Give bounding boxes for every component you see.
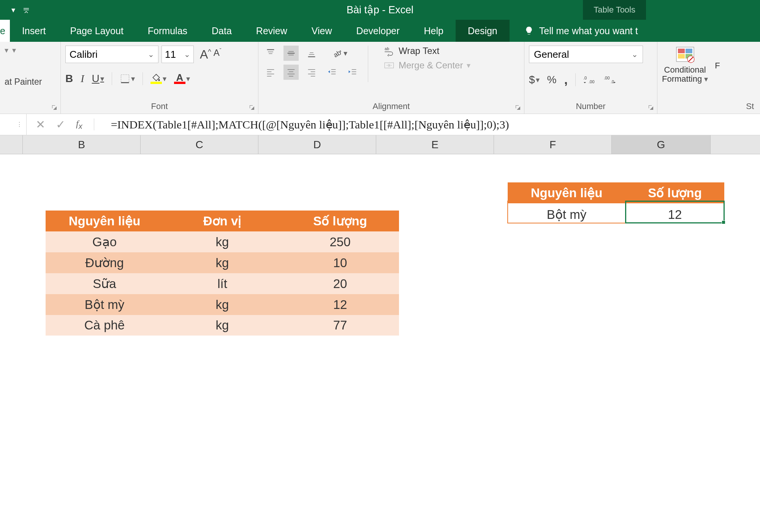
cell-active[interactable]: 12 — [625, 203, 724, 226]
shrink-font-button[interactable]: Aˇ — [214, 48, 222, 62]
cell[interactable]: 20 — [281, 273, 399, 294]
tab-developer[interactable]: Developer — [344, 20, 412, 42]
cell[interactable]: lít — [163, 273, 281, 294]
clipboard-dialog-launcher[interactable] — [51, 104, 58, 111]
table1-header-row: Nguyên liệu Đơn vị Số lượng — [46, 211, 399, 231]
orientation-button[interactable]: ab ▾ — [331, 48, 347, 59]
cell[interactable]: Cà phê — [46, 315, 163, 336]
cell[interactable]: Bột mỳ — [508, 203, 625, 226]
cell[interactable]: Gạo — [46, 231, 163, 252]
cell[interactable]: Sữa — [46, 273, 163, 294]
format-as-table-button-partial[interactable]: F — [715, 61, 720, 71]
tab-file-partial[interactable]: e — [0, 20, 10, 42]
font-dialog-launcher[interactable] — [249, 104, 256, 111]
cell[interactable]: kg — [163, 252, 281, 273]
group-font: Calibri ⌄ 11 ⌄ A^ Aˇ B I U▾ — [61, 42, 258, 114]
table2-header[interactable]: Số lượng — [625, 182, 724, 203]
table1-header[interactable]: Nguyên liệu — [46, 211, 163, 231]
tab-help[interactable]: Help — [412, 20, 456, 42]
cell[interactable]: 10 — [281, 252, 399, 273]
cell[interactable]: kg — [163, 315, 281, 336]
grow-font-button[interactable]: A^ — [200, 48, 211, 62]
font-name-selector[interactable]: Calibri ⌄ — [65, 46, 158, 63]
worksheet-grid[interactable]: Nguyên liệu Đơn vị Số lượng Gạo kg 250 Đ… — [0, 154, 760, 532]
align-center-button[interactable] — [283, 65, 299, 80]
tab-formulas[interactable]: Formulas — [136, 20, 200, 42]
table2[interactable]: Nguyên liệu Số lượng Bột mỳ 12 — [508, 182, 724, 226]
borders-button[interactable]: ▾ — [120, 73, 135, 84]
underline-button[interactable]: U▾ — [92, 73, 104, 85]
bold-button[interactable]: B — [65, 73, 73, 85]
svg-rect-37 — [678, 49, 685, 53]
select-all-corner[interactable] — [0, 135, 23, 154]
name-box[interactable]: ⋮ — [0, 114, 27, 135]
decrease-decimal-button[interactable]: .00.0 — [604, 75, 617, 85]
insert-function-button[interactable]: fx — [76, 119, 94, 131]
table1[interactable]: Nguyên liệu Đơn vị Số lượng Gạo kg 250 Đ… — [46, 211, 399, 336]
cell[interactable]: 77 — [281, 315, 399, 336]
table-row: Bột mỳ 12 — [508, 203, 724, 226]
qat-customize-icon[interactable] — [23, 6, 30, 13]
align-right-button[interactable] — [304, 65, 319, 80]
column-header-g[interactable]: G — [612, 135, 711, 154]
cell[interactable]: kg — [163, 294, 281, 315]
tab-design[interactable]: Design — [456, 20, 510, 42]
conditional-formatting-button[interactable]: ConditionalFormatting ▾ — [662, 46, 708, 84]
italic-button[interactable]: I — [81, 73, 84, 85]
chevron-down-icon: ⌄ — [148, 50, 154, 59]
number-dialog-launcher[interactable] — [648, 104, 655, 111]
svg-text:ab: ab — [385, 46, 389, 51]
column-header-b[interactable]: B — [23, 135, 141, 154]
table1-header[interactable]: Đơn vị — [163, 211, 281, 231]
chevron-down-icon: ▾ — [536, 75, 540, 84]
table2-header[interactable]: Nguyên liệu — [508, 182, 625, 203]
alignment-dialog-launcher[interactable] — [515, 104, 522, 111]
cell[interactable]: kg — [163, 231, 281, 252]
column-header-d[interactable]: D — [258, 135, 376, 154]
increase-decimal-button[interactable]: .0.00 — [583, 75, 596, 85]
svg-rect-39 — [678, 54, 685, 59]
fill-color-button[interactable]: ▾ — [150, 73, 166, 84]
cell[interactable]: 12 — [281, 294, 399, 315]
wrap-text-label: Wrap Text — [399, 46, 439, 56]
cancel-formula-button[interactable]: ✕ — [36, 118, 45, 131]
tab-insert[interactable]: Insert — [10, 20, 58, 42]
font-color-button[interactable]: A ▾ — [174, 73, 190, 84]
merge-center-button[interactable]: Merge & Center ▾ — [383, 60, 470, 71]
cell[interactable]: Bột mỳ — [46, 294, 163, 315]
paste-dropdown-icon[interactable]: ▾ — [5, 46, 8, 55]
wrap-text-button[interactable]: ab Wrap Text — [383, 46, 470, 56]
number-format-selector[interactable]: General ⌄ — [529, 46, 643, 63]
align-top-button[interactable] — [263, 46, 278, 61]
cell[interactable]: Đường — [46, 252, 163, 273]
increase-indent-button[interactable] — [345, 65, 360, 80]
enter-formula-button[interactable]: ✓ — [56, 118, 65, 131]
clipboard-dropdown-icon[interactable]: ▾ — [12, 46, 16, 55]
percent-format-button[interactable]: % — [547, 74, 557, 86]
align-middle-button[interactable] — [283, 46, 299, 61]
align-bottom-button[interactable] — [304, 46, 319, 61]
accounting-format-button[interactable]: $▾ — [529, 74, 540, 86]
svg-text:.00: .00 — [604, 76, 610, 80]
qat-dropdown-icon[interactable]: ▾ — [11, 5, 15, 14]
formula-input[interactable]: =INDEX(Table1[#All];MATCH([@[Nguyên liệu… — [103, 118, 760, 131]
chevron-down-icon: ▾ — [163, 74, 166, 83]
column-header-f[interactable]: F — [494, 135, 612, 154]
align-left-button[interactable] — [263, 65, 278, 80]
tell-me-search[interactable]: Tell me what you want t — [524, 25, 638, 36]
font-size-value: 11 — [165, 49, 176, 60]
column-header-e[interactable]: E — [376, 135, 494, 154]
title-bar: ▾ Bài tập - Excel Table Tools — [0, 0, 760, 20]
tab-page-layout[interactable]: Page Layout — [58, 20, 135, 42]
tab-data[interactable]: Data — [200, 20, 244, 42]
font-size-selector[interactable]: 11 ⌄ — [162, 46, 194, 63]
format-painter-button[interactable]: at Painter — [5, 77, 56, 87]
group-label-styles-partial: St — [662, 101, 755, 112]
comma-format-button[interactable]: , — [564, 72, 567, 87]
decrease-indent-button[interactable] — [325, 65, 340, 80]
table1-header[interactable]: Số lượng — [281, 211, 399, 231]
tab-view[interactable]: View — [299, 20, 344, 42]
tab-review[interactable]: Review — [244, 20, 299, 42]
column-header-c[interactable]: C — [141, 135, 258, 154]
cell[interactable]: 250 — [281, 231, 399, 252]
